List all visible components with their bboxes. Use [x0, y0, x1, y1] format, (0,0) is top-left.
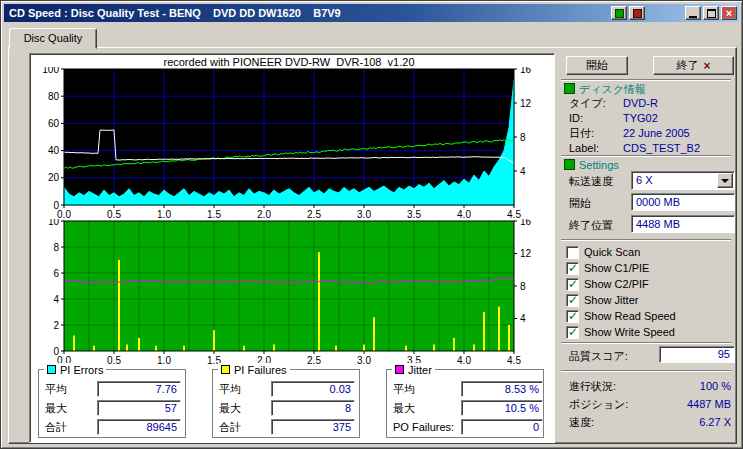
separator [561, 79, 731, 81]
svg-text:10: 10 [48, 219, 60, 227]
svg-text:0.5: 0.5 [107, 209, 121, 219]
svg-text:6: 6 [53, 268, 59, 279]
pi-failures-avg-field: 0.03 [271, 381, 355, 397]
svg-text:8: 8 [520, 281, 526, 292]
svg-text:12: 12 [520, 248, 532, 259]
po-failures-label: PO Failures: [393, 421, 454, 433]
pi-failures-group: PI Failures 平均 0.03 最大 8 合計 375 [212, 369, 360, 438]
checkbox-box [566, 326, 579, 339]
svg-text:4: 4 [520, 166, 526, 177]
disc-id-value: TYG02 [623, 112, 658, 124]
exit-button-label: 終了 [676, 58, 698, 73]
svg-text:8: 8 [53, 242, 59, 253]
group-title: PI Errors [60, 364, 103, 376]
start-button[interactable]: 開始 [566, 56, 628, 75]
svg-text:16: 16 [520, 219, 532, 227]
progress-value: 100 % [700, 380, 731, 392]
drive-icon [633, 9, 642, 18]
pi-errors-group: PI Errors 平均 7.76 最大 57 合計 89645 [38, 369, 186, 438]
svg-text:1.0: 1.0 [157, 209, 171, 219]
collapse-settings-button[interactable] [564, 159, 575, 170]
avg-label: 平均 [219, 383, 241, 395]
checkbox-label: Show C2/PIF [584, 278, 649, 291]
checkbox-label: Show Read Speed [584, 310, 676, 323]
disc-type-value: DVD-R [623, 97, 658, 109]
position-label: ポジション: [569, 398, 628, 410]
collapse-disc-info-button[interactable] [564, 83, 575, 94]
tab-disc-quality[interactable]: Disc Quality [9, 28, 97, 49]
checkbox-label: Show Write Speed [584, 326, 675, 339]
checkbox-box [566, 262, 579, 275]
svg-text:0.0: 0.0 [57, 209, 71, 219]
pi-failures-total-field: 375 [271, 419, 355, 435]
svg-text:8: 8 [520, 132, 526, 143]
svg-text:4: 4 [53, 294, 59, 305]
speed-selected-value: 6 X [636, 173, 653, 188]
side-panel: 開始 終了 × ディスク情報 タイプ: DVD-R ID: TYG02 日付: … [557, 53, 735, 441]
total-label: 合計 [45, 421, 67, 433]
svg-text:100: 100 [42, 67, 59, 75]
pi-errors-total-field: 89645 [97, 419, 181, 435]
end-pos-field[interactable]: 4488 MB [631, 215, 735, 233]
svg-text:2: 2 [53, 320, 59, 331]
svg-text:2.5: 2.5 [307, 209, 321, 219]
checkbox-label: Quick Scan [584, 246, 640, 259]
svg-text:1.5: 1.5 [207, 209, 221, 219]
checkbox-box [566, 310, 579, 323]
group-title: Jitter [408, 364, 432, 376]
max-label: 最大 [393, 402, 415, 414]
group-header: Jitter [392, 363, 435, 376]
checkbox-show-jitter[interactable]: Show Jitter [566, 294, 726, 308]
svg-text:16: 16 [520, 67, 532, 75]
graph-tool-button[interactable] [611, 6, 627, 20]
max-label: 最大 [45, 402, 67, 414]
titlebar-spacer [647, 13, 683, 14]
svg-text:1.0: 1.0 [157, 355, 171, 366]
disc-label-label: Label: [569, 142, 599, 154]
svg-text:2.5: 2.5 [307, 355, 321, 366]
total-label: 合計 [219, 421, 241, 433]
chart-panel: recorded with PIONEER DVD-RW DVR-108 v1.… [29, 53, 555, 443]
checkbox-show-write-speed[interactable]: Show Write Speed [566, 326, 726, 340]
checkbox-show-c2-pif[interactable]: Show C2/PIF [566, 278, 726, 292]
maximize-icon [707, 9, 716, 18]
speed-dropdown-button[interactable] [717, 173, 733, 188]
start-pos-field[interactable]: 0000 MB [631, 193, 735, 211]
checkbox-box [566, 294, 579, 307]
group-header: PI Failures [218, 363, 290, 376]
svg-text:4: 4 [520, 313, 526, 324]
minimize-button[interactable] [685, 6, 701, 20]
close-button[interactable]: × [721, 6, 737, 20]
checkbox-quick-scan[interactable]: Quick Scan [566, 246, 726, 260]
svg-text:4.5: 4.5 [507, 209, 521, 219]
po-failures-field: 0 [461, 419, 543, 435]
speed-row: 速度: 6.27 X [569, 416, 731, 428]
disc-label-value: CDS_TEST_B2 [623, 142, 700, 154]
pi-errors-swatch [47, 365, 56, 374]
pi-errors-avg-field: 7.76 [97, 381, 181, 397]
graph-icon [615, 9, 624, 18]
window-title: CD Speed : Disc Quality Test - BENQ DVD … [4, 4, 341, 22]
drive-tool-button[interactable] [629, 6, 645, 20]
checkbox-box [566, 278, 579, 291]
svg-text:40: 40 [48, 145, 60, 156]
progress-label: 進行状況: [569, 380, 616, 392]
minimize-icon [689, 16, 697, 18]
maximize-button[interactable] [703, 6, 719, 20]
start-pos-label: 開始 [569, 197, 591, 209]
pi-failures-max-field: 8 [271, 400, 355, 416]
quality-score-label: 品質スコア: [569, 350, 628, 362]
svg-text:3.0: 3.0 [357, 209, 371, 219]
svg-text:12: 12 [520, 98, 532, 109]
checkbox-label: Show C1/PIE [584, 262, 649, 275]
jitter-swatch [395, 365, 404, 374]
checkbox-show-c1-pie[interactable]: Show C1/PIE [566, 262, 726, 276]
separator [561, 342, 731, 344]
exit-button[interactable]: 終了 × [653, 56, 734, 75]
max-label: 最大 [219, 402, 241, 414]
speed-select[interactable]: 6 X [631, 171, 735, 190]
checkbox-label: Show Jitter [584, 294, 638, 307]
app-window: CD Speed : Disc Quality Test - BENQ DVD … [0, 0, 743, 449]
avg-label: 平均 [45, 383, 67, 395]
checkbox-show-read-speed[interactable]: Show Read Speed [566, 310, 726, 324]
